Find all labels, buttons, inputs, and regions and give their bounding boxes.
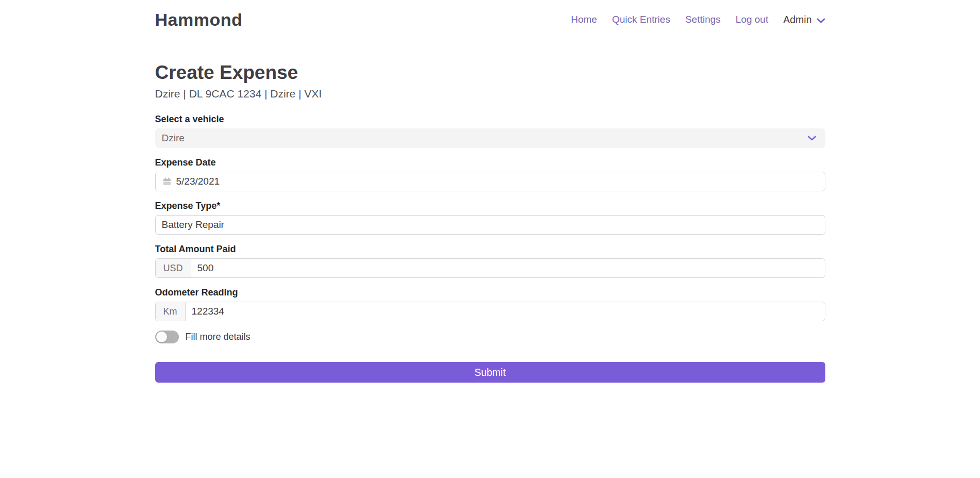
toggle-knob bbox=[156, 332, 167, 342]
expense-type-field: Expense Type* bbox=[155, 200, 825, 235]
nav-user-menu[interactable]: Admin bbox=[783, 14, 825, 26]
vehicle-field: Select a vehicle Dzire bbox=[155, 113, 825, 148]
total-amount-field: Total Amount Paid USD bbox=[155, 243, 825, 278]
create-expense-form: Select a vehicle Dzire Expense Date bbox=[155, 113, 825, 383]
header: Hammond Home Quick Entries Settings Log … bbox=[155, 0, 825, 32]
submit-button[interactable]: Submit bbox=[155, 362, 825, 383]
total-amount-input-group: USD bbox=[155, 258, 825, 278]
vehicle-select[interactable]: Dzire bbox=[155, 128, 825, 148]
odometer-label: Odometer Reading bbox=[155, 287, 825, 298]
currency-unit-addon: USD bbox=[156, 259, 191, 277]
expense-type-input[interactable] bbox=[156, 216, 825, 234]
calendar-icon bbox=[156, 177, 172, 186]
brand-logo[interactable]: Hammond bbox=[155, 10, 243, 30]
vehicle-selected-value: Dzire bbox=[162, 133, 185, 144]
more-details-toggle[interactable] bbox=[155, 331, 179, 343]
nav-link-settings[interactable]: Settings bbox=[685, 14, 721, 25]
main-nav: Home Quick Entries Settings Log out Admi… bbox=[571, 14, 825, 26]
page-title: Create Expense bbox=[155, 61, 825, 84]
total-amount-input[interactable] bbox=[191, 259, 825, 277]
nav-link-quick-entries[interactable]: Quick Entries bbox=[612, 14, 670, 25]
chevron-down-icon bbox=[807, 135, 817, 141]
nav-link-home[interactable]: Home bbox=[571, 14, 597, 25]
total-amount-label: Total Amount Paid bbox=[155, 243, 825, 255]
page-subtitle: Dzire | DL 9CAC 1234 | Dzire | VXI bbox=[155, 88, 825, 100]
nav-link-logout[interactable]: Log out bbox=[736, 14, 768, 25]
chevron-down-icon bbox=[817, 16, 825, 24]
expense-date-label: Expense Date bbox=[155, 157, 825, 168]
user-menu-label: Admin bbox=[783, 14, 811, 26]
page: Hammond Home Quick Entries Settings Log … bbox=[0, 0, 980, 478]
expense-type-input-wrap bbox=[155, 215, 825, 235]
expense-type-label: Expense Type* bbox=[155, 200, 825, 211]
expense-date-input-wrap bbox=[155, 172, 825, 191]
expense-date-field: Expense Date bbox=[155, 157, 825, 191]
more-details-toggle-row: Fill more details bbox=[155, 330, 825, 343]
odometer-field: Odometer Reading Km bbox=[155, 287, 825, 321]
vehicle-label: Select a vehicle bbox=[155, 113, 825, 125]
expense-date-input[interactable] bbox=[172, 172, 825, 191]
odometer-input-group: Km bbox=[155, 302, 825, 321]
more-details-toggle-label: Fill more details bbox=[186, 332, 251, 342]
distance-unit-addon: Km bbox=[156, 302, 186, 321]
odometer-input[interactable] bbox=[186, 302, 825, 321]
main-content: Create Expense Dzire | DL 9CAC 1234 | Dz… bbox=[155, 61, 825, 383]
